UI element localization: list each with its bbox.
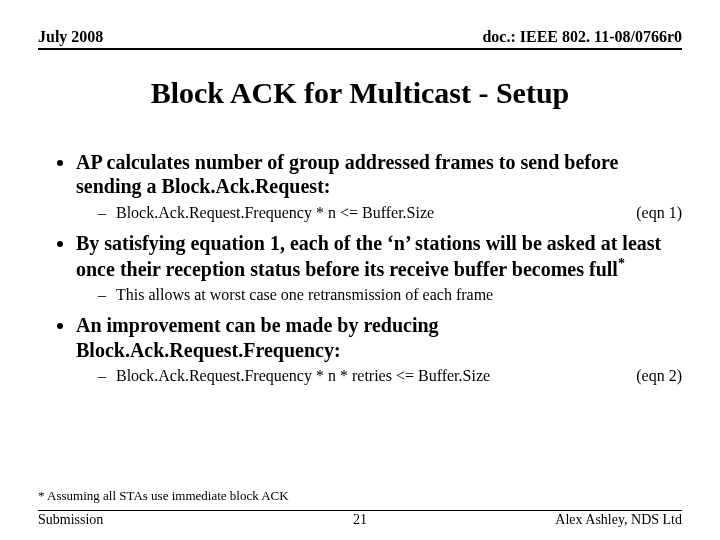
footer: Submission 21 Alex Ashley, NDS Ltd [38,510,682,528]
footnote-text: * Assuming all STAs use immediate block … [38,488,289,504]
bullet-3-text: An improvement can be made by reducing B… [76,314,439,360]
equation-2-text: Block.Ack.Request.Frequency * n * retrie… [116,366,490,386]
bullet-3-sub: Block.Ack.Request.Frequency * n * retrie… [98,366,682,386]
bullet-1: AP calculates number of group addressed … [76,150,682,223]
equation-1-label: (eqn 1) [606,203,682,223]
bullet-3: An improvement can be made by reducing B… [76,313,682,386]
slide-title: Block ACK for Multicast - Setup [38,76,682,110]
footer-author: Alex Ashley, NDS Ltd [555,512,682,528]
header-doc-id: doc.: IEEE 802. 11-08/0766r0 [482,28,682,46]
bullet-2: By satisfying equation 1, each of the ‘n… [76,231,682,305]
bullet-list: AP calculates number of group addressed … [38,150,682,386]
header: July 2008 doc.: IEEE 802. 11-08/0766r0 [38,28,682,50]
footnote-mark-icon: * [618,256,625,271]
equation-2-label: (eqn 2) [606,366,682,386]
bullet-2-sub: This allows at worst case one retransmis… [98,285,682,305]
footer-page-number: 21 [353,512,367,528]
footer-left: Submission [38,512,103,528]
equation-1-text: Block.Ack.Request.Frequency * n <= Buffe… [116,203,434,223]
bullet-1-text: AP calculates number of group addressed … [76,151,618,197]
bullet-2-text: By satisfying equation 1, each of the ‘n… [76,232,661,280]
bullet-1-sub: Block.Ack.Request.Frequency * n <= Buffe… [98,203,682,223]
header-date: July 2008 [38,28,103,46]
